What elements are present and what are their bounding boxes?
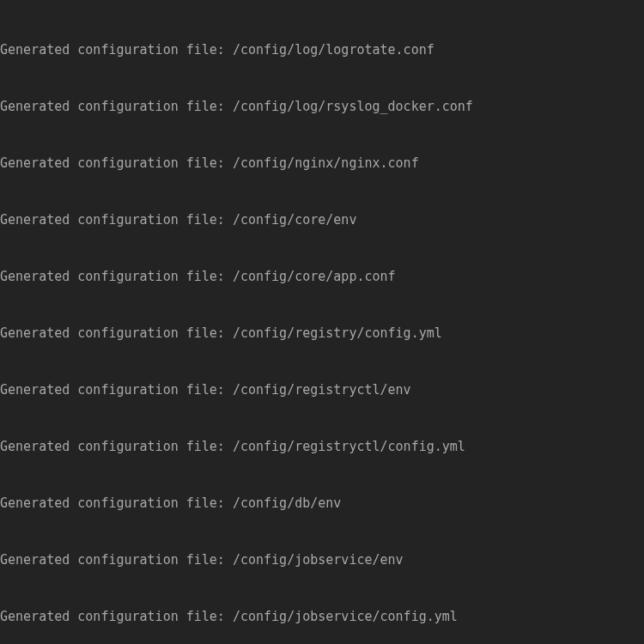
output-line: Generated configuration file: /config/re… [0,324,644,343]
output-line: Generated configuration file: /config/lo… [0,97,644,116]
output-line: Generated configuration file: /config/lo… [0,40,644,59]
output-line: Generated configuration file: /config/jo… [0,607,644,626]
output-line: Generated configuration file: /config/re… [0,437,644,456]
output-line: Generated configuration file: /config/co… [0,267,644,286]
output-line: Generated configuration file: /config/re… [0,380,644,399]
terminal-output: Generated configuration file: /config/lo… [0,0,644,644]
output-line: Generated configuration file: /config/jo… [0,550,644,569]
output-line: Generated configuration file: /config/ng… [0,154,644,173]
output-line: Generated configuration file: /config/co… [0,210,644,229]
output-line: Generated configuration file: /config/db… [0,494,644,513]
